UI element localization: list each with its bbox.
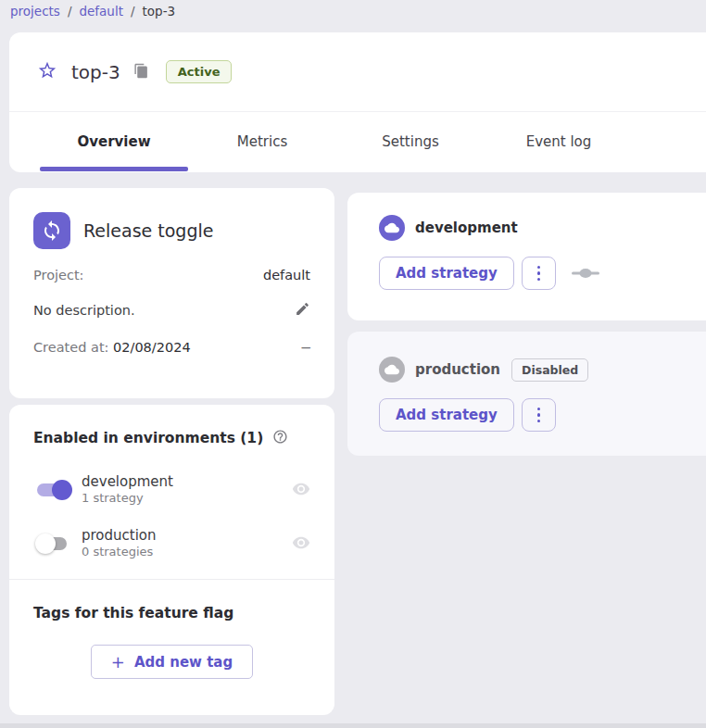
copy-name-button[interactable] — [133, 63, 149, 82]
flag-details-card: Release toggle Project: default No descr… — [9, 188, 334, 398]
flag-type-label: Release toggle — [83, 220, 213, 241]
environment-row-production: production 0 strategies — [33, 521, 310, 566]
breadcrumb-current: top-3 — [143, 4, 176, 19]
panel-actions: Add strategy — [379, 398, 705, 432]
environment-labels: development 1 strategy — [82, 473, 292, 507]
card-divider — [9, 579, 334, 580]
kebab-dot — [537, 266, 541, 270]
add-strategy-button-production[interactable]: Add strategy — [379, 398, 514, 432]
status-badge: Active — [166, 60, 233, 83]
feature-title-row: top-3 Active — [9, 32, 706, 112]
environment-row-development: development 1 strategy — [33, 468, 310, 512]
add-new-tag-label: Add new tag — [134, 654, 233, 671]
copy-icon — [133, 63, 149, 82]
help-button[interactable] — [272, 429, 288, 447]
tab-overview[interactable]: Overview — [40, 112, 188, 171]
feature-tabs: Overview Metrics Settings Event log — [9, 112, 706, 171]
breadcrumb-separator: / — [68, 4, 72, 19]
switch-thumb — [35, 533, 56, 554]
kebab-dot — [537, 420, 541, 423]
panel-header: production Disabled — [379, 357, 705, 383]
cloud-icon — [379, 215, 405, 241]
environment-labels: production 0 strategies — [82, 527, 292, 560]
panel-header: development — [379, 215, 705, 241]
page-bottom-edge — [0, 723, 706, 728]
plus-icon: + — [111, 652, 125, 672]
question-circle-icon — [272, 429, 288, 447]
environment-menu-button-production[interactable] — [522, 398, 556, 432]
environment-panel-name: production — [415, 361, 500, 378]
disabled-badge: Disabled — [511, 358, 588, 382]
cloud-icon — [379, 357, 405, 383]
breadcrumb-separator: / — [131, 4, 135, 19]
add-new-tag-button[interactable]: + Add new tag — [91, 645, 253, 679]
kebab-dot — [537, 278, 541, 282]
breadcrumb: projects / default / top-3 — [10, 4, 175, 19]
star-icon — [37, 60, 57, 83]
strategy-placeholder-icon — [572, 268, 599, 279]
pencil-icon — [295, 301, 310, 320]
project-label: Project: — [33, 268, 84, 282]
edit-description-button[interactable] — [295, 301, 310, 320]
switch-thumb — [52, 480, 72, 500]
kebab-dot — [537, 413, 541, 417]
created-row: Created at: 02/08/2024 – — [33, 338, 310, 357]
kebab-dot — [537, 408, 541, 411]
production-environment-panel: production Disabled Add strategy — [347, 332, 706, 456]
flag-type-row: Release toggle — [33, 212, 310, 249]
breadcrumb-link-default[interactable]: default — [79, 4, 123, 19]
page-title: top-3 — [71, 61, 120, 83]
description-row: No description. — [33, 301, 310, 320]
breadcrumb-link-projects[interactable]: projects — [10, 4, 60, 19]
feature-header-card: top-3 Active Overview Metrics Settings E… — [9, 32, 706, 172]
project-value: default — [263, 268, 310, 282]
created-at: Created at: 02/08/2024 — [33, 340, 191, 355]
environments-title: Enabled in environments (1) — [33, 430, 263, 446]
environment-name: development — [82, 473, 292, 492]
tab-settings[interactable]: Settings — [336, 112, 485, 171]
tab-event-log[interactable]: Event log — [485, 112, 633, 171]
tab-metrics[interactable]: Metrics — [188, 112, 336, 171]
development-environment-panel: development Add strategy — [347, 193, 706, 320]
panel-actions: Add strategy — [379, 257, 705, 290]
visibility-button-development[interactable] — [292, 480, 310, 501]
kebab-dot — [537, 271, 541, 275]
eye-icon — [292, 533, 310, 555]
tags-section-title: Tags for this feature flag — [33, 605, 310, 621]
release-toggle-icon — [33, 212, 70, 249]
environment-strategy-count: 1 strategy — [82, 491, 292, 507]
collapse-details-button[interactable]: – — [302, 338, 310, 357]
production-toggle-switch[interactable] — [33, 533, 74, 555]
project-row: Project: default — [33, 268, 310, 282]
environment-panel-name: development — [415, 220, 518, 236]
environments-card: Enabled in environments (1) development … — [9, 405, 334, 715]
environment-name: production — [82, 527, 292, 546]
development-toggle-switch[interactable] — [33, 479, 74, 501]
eye-icon — [292, 480, 310, 501]
visibility-button-production[interactable] — [292, 533, 310, 555]
environment-strategy-count: 0 strategies — [82, 545, 292, 560]
environments-title-row: Enabled in environments (1) — [33, 429, 310, 447]
favorite-star-button[interactable] — [37, 60, 57, 83]
add-strategy-button-development[interactable]: Add strategy — [379, 257, 514, 290]
environment-menu-button-development[interactable] — [522, 257, 556, 290]
created-label: Created at: — [33, 340, 108, 355]
description-text: No description. — [33, 303, 135, 318]
created-value: 02/08/2024 — [113, 340, 191, 355]
